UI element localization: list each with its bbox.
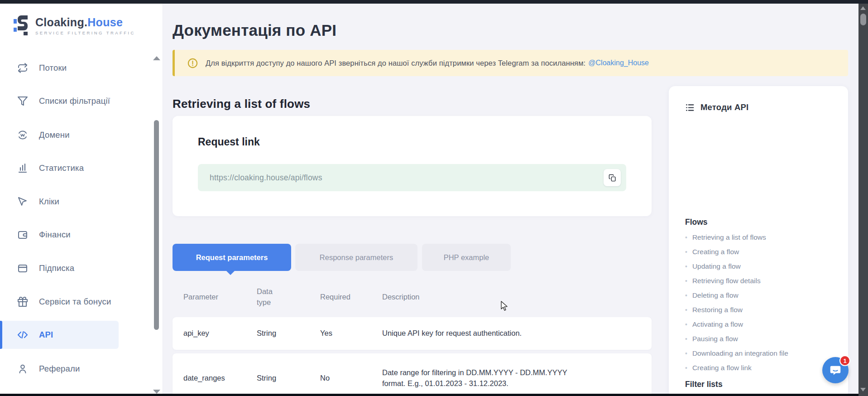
domains-icon	[17, 130, 28, 140]
bottom-chrome-strip	[0, 394, 868, 396]
sidebar-item-referrals[interactable]: Реферали	[0, 356, 145, 382]
sidebar-item-label: Домени	[39, 130, 70, 140]
flows-icon	[17, 63, 28, 73]
info-banner: Для відкриття доступу до нашого API звер…	[173, 50, 848, 76]
copy-icon	[609, 174, 616, 182]
sidebar-item-label: Статистика	[39, 163, 84, 173]
finance-icon	[17, 229, 28, 240]
sidebar-item-domains[interactable]: Домени	[0, 122, 145, 148]
sidebar-item-subscription[interactable]: Підписка	[0, 256, 145, 281]
banner-text: Для відкриття доступу до нашого API звер…	[206, 59, 585, 68]
methods-section-flows: Flows	[685, 217, 708, 227]
chat-widget-button[interactable]: 1	[822, 357, 849, 383]
cell-parameter: date_ranges	[183, 353, 251, 396]
method-link[interactable]: Retrieving a list of flows	[685, 230, 788, 245]
tab-label: Request parameters	[196, 253, 268, 262]
cell-parameter: api_key	[183, 317, 251, 350]
sidebar-scroll-down-icon[interactable]	[153, 390, 160, 394]
method-link[interactable]: Creating a flow link	[685, 361, 788, 375]
table-row: api_key String Yes Unique API key for re…	[173, 317, 652, 350]
sidebar-item-label: Кліки	[39, 197, 59, 207]
sidebar-item-label: Фінанси	[39, 230, 71, 240]
request-link-title: Request link	[198, 136, 260, 148]
column-header-parameter: Parameter	[183, 282, 251, 313]
sidebar-item-label: Реферали	[39, 364, 80, 374]
sidebar-item-filter-lists[interactable]: Списки фільтрації	[0, 88, 145, 114]
sidebar-item-clicks[interactable]: Кліки	[0, 189, 145, 214]
warning-icon	[187, 58, 198, 68]
cell-required: No	[320, 353, 370, 396]
cell-data-type: String	[257, 353, 285, 396]
logo-name: Cloaking.	[35, 16, 87, 29]
sidebar-item-services[interactable]: Сервіси та бонуси	[0, 289, 145, 314]
method-link[interactable]: Pausing a flow	[685, 332, 788, 346]
method-link[interactable]: Retrieving flow details	[685, 274, 788, 288]
api-methods-title: Методи API	[700, 102, 748, 112]
tab-response-parameters[interactable]: Response parameters	[295, 244, 417, 271]
logo-icon	[14, 14, 30, 36]
active-indicator	[0, 321, 2, 349]
sidebar-item-statistics[interactable]: Статистика	[0, 155, 145, 181]
telegram-link[interactable]: @Cloaking_House	[588, 59, 649, 67]
scroll-up-icon[interactable]	[860, 6, 866, 10]
column-header-data-type: Data type	[257, 282, 285, 313]
method-link[interactable]: Downloading an integration file	[685, 346, 788, 361]
tab-label: Response parameters	[320, 253, 393, 262]
logo-text: Cloaking.House SERVICE FILTERING TRAFFIC	[35, 16, 135, 35]
logo-name-accent: House	[87, 16, 123, 29]
section-title: Retrieving a list of flows	[173, 97, 310, 111]
sidebar-item-label: API	[39, 330, 53, 340]
table-header-row: Parameter Data type Required Description	[173, 282, 652, 313]
method-link[interactable]: Creating a flow	[685, 245, 788, 259]
scroll-down-icon[interactable]	[860, 388, 866, 391]
top-chrome-strip	[0, 0, 868, 4]
sidebar-item-label: Сервіси та бонуси	[39, 297, 111, 307]
request-url-box: https://cloaking.house/api/flows	[198, 164, 626, 191]
filter-icon	[17, 96, 28, 106]
api-icon	[17, 329, 28, 340]
tab-request-parameters[interactable]: Request parameters	[173, 244, 291, 271]
browser-scrollbar[interactable]	[858, 4, 868, 396]
method-link[interactable]: Restoring a flow	[685, 303, 788, 317]
method-link[interactable]: Deleting a flow	[685, 288, 788, 303]
request-url: https://cloaking.house/api/flows	[210, 173, 322, 183]
cell-description: Date range for filtering in DD.MM.YYYY -…	[382, 353, 581, 396]
cell-description: Unique API key for request authenticatio…	[382, 317, 581, 350]
app-window: Cloaking.House SERVICE FILTERING TRAFFIC…	[0, 0, 868, 396]
methods-list-flows: Retrieving a list of flows Creating a fl…	[685, 230, 788, 375]
table-row: date_ranges String No Date range for fil…	[173, 353, 652, 396]
sidebar-item-finance[interactable]: Фінанси	[0, 222, 145, 247]
api-methods-panel: Методи API Flows Retrieving a list of fl…	[669, 86, 848, 396]
methods-section-filter-lists: Filter lists	[685, 380, 723, 389]
tab-php-example[interactable]: PHP example	[422, 244, 511, 271]
sidebar-item-label: Потоки	[39, 63, 67, 73]
api-methods-header: Методи API	[685, 102, 748, 112]
list-icon	[685, 103, 695, 112]
sidebar-item-label: Підписка	[39, 263, 74, 273]
cell-required: Yes	[320, 317, 370, 350]
request-link-card: Request link https://cloaking.house/api/…	[173, 116, 652, 216]
copy-button[interactable]	[604, 169, 621, 186]
chat-bubble-icon	[829, 363, 842, 377]
sidebar-item-label: Списки фільтрації	[39, 96, 110, 106]
statistics-icon	[17, 163, 28, 174]
sidebar-scroll-up-icon[interactable]	[153, 56, 160, 60]
chat-unread-badge: 1	[839, 355, 850, 366]
browser-scrollbar-thumb[interactable]	[860, 14, 866, 25]
sidebar-item-flows[interactable]: Потоки	[0, 55, 145, 81]
sidebar-scrollbar-thumb[interactable]	[154, 120, 159, 330]
cell-data-type: String	[257, 317, 285, 350]
method-link[interactable]: Activating a flow	[685, 317, 788, 332]
page-title: Документація по API	[173, 21, 336, 39]
referrals-icon	[17, 363, 28, 374]
mouse-cursor	[500, 301, 510, 312]
logo-subtitle: SERVICE FILTERING TRAFFIC	[35, 30, 135, 35]
tab-label: PHP example	[444, 253, 489, 262]
clicks-icon	[17, 196, 28, 207]
column-header-description: Description	[382, 282, 581, 313]
sidebar-item-api[interactable]: API	[0, 321, 119, 349]
sidebar: Cloaking.House SERVICE FILTERING TRAFFIC…	[0, 4, 163, 396]
column-header-required: Required	[320, 282, 370, 313]
method-link[interactable]: Updating a flow	[685, 259, 788, 274]
logo[interactable]: Cloaking.House SERVICE FILTERING TRAFFIC	[14, 14, 135, 36]
